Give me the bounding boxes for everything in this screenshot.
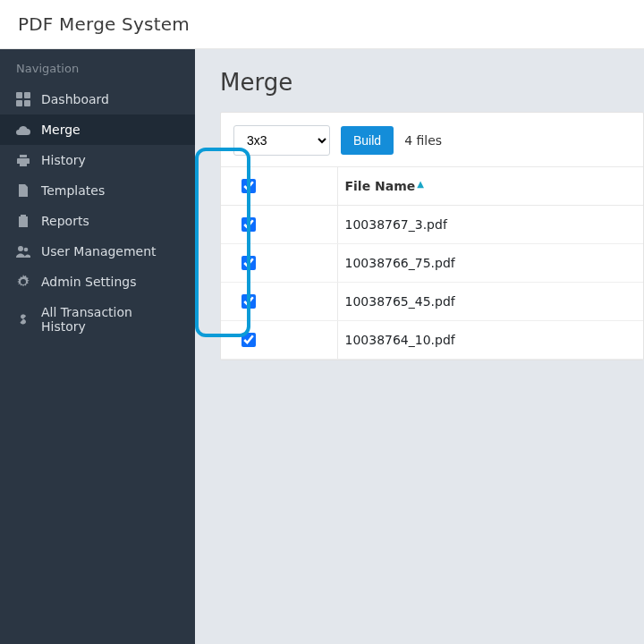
- table-header-row: File Name▲: [221, 167, 643, 206]
- row-checkbox[interactable]: [242, 256, 256, 270]
- sidebar-item-user-management[interactable]: User Management: [0, 236, 195, 267]
- sidebar-item-dashboard[interactable]: Dashboard: [0, 84, 195, 114]
- grid-icon: [16, 92, 30, 106]
- app-title: PDF Merge System: [18, 13, 190, 35]
- sidebar-item-label: All Transaction History: [41, 305, 179, 334]
- svg-rect-3: [24, 100, 30, 106]
- users-icon: [16, 244, 30, 258]
- file-icon: [16, 183, 30, 198]
- sidebar-item-label: History: [41, 153, 86, 167]
- grid-size-select[interactable]: 3x3: [233, 125, 330, 156]
- filename-cell: 10038766_75.pdf: [337, 244, 643, 283]
- filename-header[interactable]: File Name: [345, 179, 416, 193]
- printer-icon: [16, 153, 30, 167]
- sidebar-item-label: User Management: [41, 244, 157, 258]
- sidebar-item-label: Dashboard: [41, 92, 109, 106]
- sidebar-item-merge[interactable]: Merge: [0, 114, 195, 145]
- svg-rect-2: [16, 100, 22, 106]
- nav-heading: Navigation: [0, 49, 195, 84]
- table-row: 10038767_3.pdf: [221, 206, 643, 244]
- content-area: Merge 3x3 Build 4 files Fil: [195, 49, 644, 644]
- filename-cell: 10038765_45.pdf: [337, 283, 643, 321]
- filename-cell: 10038767_3.pdf: [337, 206, 643, 244]
- sidebar: Navigation Dashboard Merge History Templ…: [0, 49, 195, 644]
- sidebar-item-label: Reports: [41, 214, 89, 228]
- sidebar-item-admin-settings[interactable]: Admin Settings: [0, 267, 195, 297]
- sidebar-item-reports[interactable]: Reports: [0, 206, 195, 236]
- row-checkbox[interactable]: [242, 333, 256, 347]
- sidebar-item-templates[interactable]: Templates: [0, 175, 195, 206]
- sidebar-item-label: Merge: [41, 123, 80, 137]
- sidebar-item-label: Admin Settings: [41, 275, 137, 289]
- svg-rect-0: [16, 92, 22, 98]
- sidebar-item-all-transaction-history[interactable]: All Transaction History: [0, 297, 195, 342]
- row-checkbox[interactable]: [242, 217, 256, 232]
- cloud-upload-icon: [16, 123, 30, 137]
- sidebar-item-history[interactable]: History: [0, 145, 195, 175]
- table-row: 10038766_75.pdf: [221, 244, 643, 283]
- files-table: File Name▲ 10038767_3.pdf 10038766_75.pd…: [221, 166, 643, 360]
- select-all-checkbox[interactable]: [242, 179, 256, 193]
- clipboard-icon: [16, 214, 30, 228]
- build-button[interactable]: Build: [341, 126, 394, 155]
- table-row: 10038765_45.pdf: [221, 283, 643, 321]
- sidebar-item-label: Templates: [41, 183, 105, 198]
- dollar-icon: [16, 312, 30, 326]
- gears-icon: [16, 275, 30, 289]
- row-checkbox[interactable]: [242, 294, 256, 309]
- svg-point-4: [18, 246, 23, 251]
- file-count: 4 files: [404, 133, 442, 148]
- merge-card: 3x3 Build 4 files File Name▲: [220, 112, 644, 360]
- filename-cell: 10038764_10.pdf: [337, 321, 643, 360]
- svg-rect-1: [24, 92, 30, 98]
- table-row: 10038764_10.pdf: [221, 321, 643, 360]
- toolbar: 3x3 Build 4 files: [221, 125, 643, 166]
- page-title: Merge: [220, 69, 644, 96]
- sort-asc-icon: ▲: [417, 179, 424, 189]
- top-bar: PDF Merge System: [0, 0, 644, 49]
- svg-point-5: [24, 248, 29, 252]
